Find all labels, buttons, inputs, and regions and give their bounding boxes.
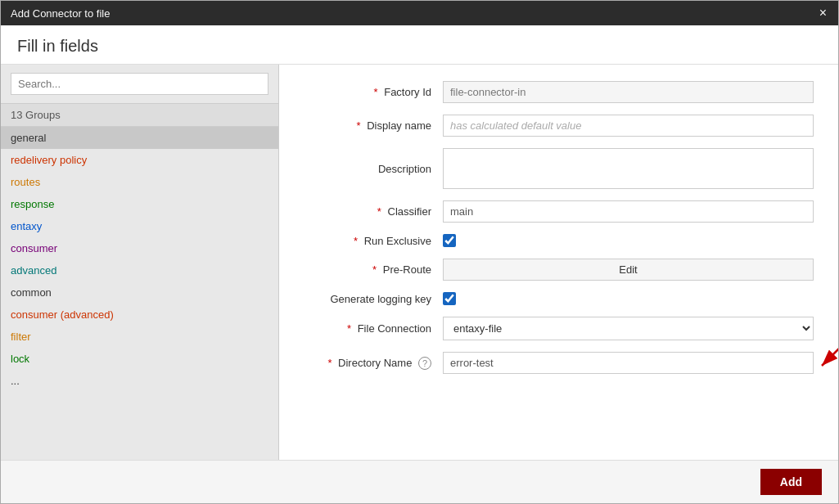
red-arrow <box>810 329 838 378</box>
display-name-label: * Display name <box>304 119 443 132</box>
directory-name-row: * Directory Name ? <box>304 352 814 374</box>
run-exclusive-checkbox[interactable] <box>443 234 456 247</box>
file-connection-select[interactable]: entaxy-file <box>443 317 814 340</box>
required-star-2: * <box>357 119 361 132</box>
groups-count: 13 Groups <box>1 103 278 127</box>
generate-logging-key-label: Generate logging key <box>304 293 443 305</box>
svg-line-1 <box>822 337 838 366</box>
display-name-row: * Display name <box>304 115 814 137</box>
group-item-consumer-advanced[interactable]: consumer (advanced) <box>1 304 278 326</box>
groups-list: general redelivery policy routes respons… <box>1 127 278 460</box>
search-container <box>1 65 278 103</box>
factory-id-label: * Factory Id <box>304 86 443 98</box>
generate-logging-key-row: Generate logging key <box>304 292 814 305</box>
required-star-5: * <box>372 263 377 276</box>
generate-logging-key-checkbox[interactable] <box>443 292 456 305</box>
factory-id-input[interactable] <box>443 81 814 103</box>
group-item-redelivery-policy[interactable]: redelivery policy <box>1 149 278 171</box>
dialog-body: 13 Groups general redelivery policy rout… <box>1 65 838 460</box>
group-item-entaxy[interactable]: entaxy <box>1 215 278 237</box>
group-item-lock[interactable]: lock <box>1 348 278 370</box>
factory-id-row: * Factory Id <box>304 81 814 103</box>
classifier-label: * Classifier <box>304 205 443 218</box>
file-connection-row: * File Connection entaxy-file <box>304 317 814 340</box>
group-item-general[interactable]: general <box>1 127 278 149</box>
group-item-routes[interactable]: routes <box>1 171 278 193</box>
required-star-4: * <box>354 235 358 247</box>
display-name-input[interactable] <box>443 115 814 137</box>
dialog-footer: Add <box>1 460 838 503</box>
group-item-more[interactable]: ... <box>1 370 278 392</box>
help-icon[interactable]: ? <box>418 357 431 370</box>
dialog-title: Add Connector to file <box>11 7 110 20</box>
required-star-3: * <box>377 205 381 218</box>
description-label: Description <box>304 163 443 175</box>
dialog-header: Fill in fields <box>1 25 838 65</box>
group-item-common[interactable]: common <box>1 281 278 304</box>
classifier-row: * Classifier <box>304 200 814 223</box>
directory-name-input[interactable] <box>443 352 814 374</box>
dialog: Add Connector to file × Fill in fields 1… <box>0 0 839 504</box>
dialog-titlebar: Add Connector to file × <box>1 1 838 25</box>
group-item-advanced[interactable]: advanced <box>1 259 278 281</box>
groups-list-inner: general redelivery policy routes respons… <box>1 127 278 392</box>
close-button[interactable]: × <box>818 7 828 20</box>
pre-route-row: * Pre-Route Edit <box>304 259 814 281</box>
left-panel: 13 Groups general redelivery policy rout… <box>1 65 279 460</box>
group-item-response[interactable]: response <box>1 193 278 215</box>
description-textarea[interactable] <box>443 148 814 189</box>
group-item-filter[interactable]: filter <box>1 326 278 348</box>
run-exclusive-label: * Run Exclusive <box>304 235 443 247</box>
run-exclusive-row: * Run Exclusive <box>304 234 814 247</box>
search-input[interactable] <box>11 73 268 95</box>
right-panel: * Factory Id * Display name Description <box>279 65 838 460</box>
pre-route-edit-button[interactable]: Edit <box>443 259 814 281</box>
pre-route-label: * Pre-Route <box>304 263 443 276</box>
classifier-input[interactable] <box>443 200 814 223</box>
page-title: Fill in fields <box>17 37 822 56</box>
required-star: * <box>374 86 378 98</box>
group-item-consumer[interactable]: consumer <box>1 237 278 259</box>
directory-name-label: * Directory Name ? <box>304 357 443 370</box>
add-button[interactable]: Add <box>760 469 822 495</box>
required-star-6: * <box>347 322 351 335</box>
description-row: Description <box>304 148 814 189</box>
required-star-7: * <box>327 357 332 369</box>
file-connection-label: * File Connection <box>304 322 443 335</box>
